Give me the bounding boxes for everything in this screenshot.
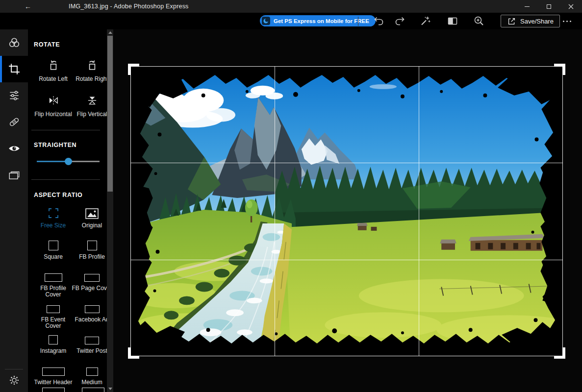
close-icon [568, 4, 574, 9]
rotate-right-button[interactable]: Rotate Right [73, 59, 111, 82]
scroll-up-button[interactable] [107, 29, 113, 36]
tool-borders[interactable] [0, 162, 28, 188]
gear-icon [8, 374, 20, 386]
flip-vertical-button[interactable]: Flip Vertical [73, 94, 111, 118]
settings-button[interactable] [0, 369, 28, 391]
before-after-compare-button[interactable] [444, 13, 461, 29]
scroll-down-icon [108, 388, 112, 390]
flip-horizontal-button[interactable]: Flip Horizontal [34, 94, 73, 118]
slider-track-filled[interactable] [37, 161, 68, 162]
save-share-button[interactable]: Save/Share [501, 15, 560, 27]
original-image-icon [85, 208, 99, 219]
rotate-right-icon [86, 59, 99, 72]
tool-corrections[interactable] [0, 82, 28, 109]
minimize-icon [525, 6, 530, 7]
straighten-section-title: STRAIGHTEN [34, 142, 100, 148]
rotate-left-button[interactable]: Rotate Left [34, 59, 73, 82]
aspect-partial-row [34, 388, 111, 392]
aspect-free-size[interactable]: Free Size [34, 205, 73, 237]
scrollbar-thumb[interactable] [107, 36, 113, 192]
crop-options-panel: ROTATE Rotate Left [28, 29, 113, 392]
window-title: IMG_3613.jpg - Adobe Photoshop Express [69, 3, 189, 10]
panel-scrollbar[interactable] [107, 29, 113, 392]
crop-handle-bottom-left[interactable] [128, 347, 139, 359]
flip-horizontal-icon [47, 94, 60, 107]
titlebar: ← IMG_3613.jpg - Adobe Photoshop Express [0, 0, 582, 13]
maximize-button[interactable] [538, 0, 560, 13]
crop-stage[interactable] [130, 66, 563, 356]
editor-canvas [113, 29, 582, 392]
red-eye-icon [8, 142, 21, 155]
square-ratio-icon [49, 241, 58, 250]
fb-page-cover-ratio-icon [84, 274, 100, 282]
maximize-icon [547, 4, 551, 9]
slider-track-empty[interactable] [68, 161, 100, 162]
fb-event-cover-ratio-icon [47, 305, 60, 313]
more-dots-icon [563, 21, 564, 22]
rotate-section-title: ROTATE [34, 41, 100, 48]
aspect-original[interactable]: Original [73, 205, 111, 237]
aspect-fb-profile[interactable]: FB Profile [73, 237, 111, 268]
twitter-header-ratio-icon [42, 368, 65, 376]
aspect-instagram[interactable]: Instagram [34, 331, 73, 362]
aspect-twitter-post[interactable]: Twitter Post [73, 331, 111, 362]
tool-redeye[interactable] [0, 135, 28, 162]
undo-button[interactable] [371, 13, 387, 29]
twitter-post-ratio-icon [85, 337, 99, 344]
fb-profile-cover-ratio-icon [45, 273, 62, 282]
crop-handle-top-left[interactable] [128, 64, 139, 75]
rotate-left-icon [47, 59, 60, 72]
aspect-fb-page-cover[interactable]: FB Page Cover [73, 268, 111, 299]
auto-enhance-button[interactable] [417, 13, 433, 29]
crop-handle-top-right[interactable] [554, 64, 565, 75]
share-icon [507, 17, 516, 26]
minimize-button[interactable] [516, 0, 538, 13]
back-button[interactable]: ← [20, 0, 36, 13]
aspect-square[interactable]: Square [34, 237, 73, 268]
redo-icon [394, 15, 405, 27]
compare-icon [447, 15, 458, 27]
section-divider [31, 179, 100, 180]
more-options-button[interactable] [558, 16, 576, 26]
medium-ratio-icon [86, 368, 98, 376]
straighten-slider[interactable] [37, 157, 100, 165]
aspect-item-partial[interactable] [82, 388, 104, 392]
fb-profile-ratio-icon [87, 241, 97, 250]
borders-frames-icon [8, 169, 21, 181]
photo-alpine-valley [130, 66, 563, 356]
bandaid-heal-icon [8, 116, 21, 128]
tool-healing[interactable] [0, 109, 28, 135]
aspect-item-partial[interactable] [42, 388, 65, 392]
crop-icon [8, 63, 21, 75]
looks-filters-icon [8, 36, 21, 49]
magic-wand-icon [419, 15, 431, 27]
zoom-button[interactable] [471, 13, 487, 29]
aspect-ratio-section-title: ASPECT RATIO [34, 192, 100, 198]
crop-handle-bottom-right[interactable] [554, 347, 565, 359]
instagram-ratio-icon [49, 335, 58, 344]
save-share-label: Save/Share [520, 18, 554, 25]
tool-looks[interactable] [0, 29, 28, 56]
toolbar-divider [358, 17, 358, 26]
toolbar: Get PS Express on Mobile for FREE [0, 13, 582, 29]
aspect-facebook-ad[interactable]: Facebook Ad [73, 299, 111, 331]
redo-button[interactable] [391, 13, 408, 29]
photoshop-express-window: ← IMG_3613.jpg - Adobe Photoshop Express… [0, 0, 582, 392]
scroll-down-button[interactable] [107, 386, 113, 392]
flip-vertical-icon [86, 94, 99, 107]
zoom-in-icon [473, 15, 485, 27]
aspect-fb-profile-cover[interactable]: FB Profile Cover [34, 268, 73, 299]
tool-crop[interactable] [0, 56, 28, 82]
undo-icon [373, 15, 385, 27]
close-button[interactable] [560, 0, 582, 13]
section-divider [31, 130, 100, 130]
ps-express-app-icon [262, 17, 270, 25]
aspect-fb-event-cover[interactable]: FB Event Cover [34, 299, 73, 331]
back-arrow-icon: ← [25, 2, 31, 10]
corrections-sliders-icon [8, 89, 21, 102]
free-size-icon [48, 207, 59, 219]
slider-thumb[interactable] [65, 158, 72, 165]
promo-label: Get PS Express on Mobile for FREE [274, 18, 369, 24]
scroll-up-icon [108, 31, 112, 34]
facebook-ad-ratio-icon [85, 305, 100, 313]
